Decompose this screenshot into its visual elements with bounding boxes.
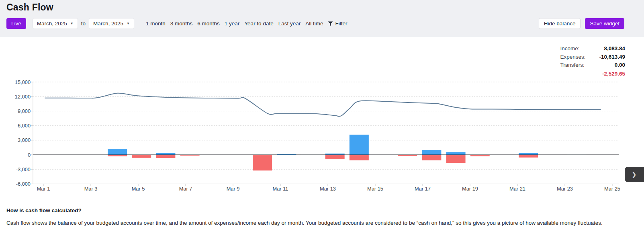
range-link-all-time[interactable]: All time: [305, 21, 323, 27]
footer-body: Cash flow shows the balance of your budg…: [6, 220, 636, 226]
income-bar: [350, 135, 369, 155]
x-axis-label: Mar 19: [462, 186, 478, 192]
range-link-last-year[interactable]: Last year: [278, 21, 301, 27]
income-bar: [108, 149, 127, 155]
live-button[interactable]: Live: [6, 18, 26, 29]
chevron-down-icon: ▼: [70, 22, 74, 25]
chevron-right-icon: ❯: [632, 171, 637, 178]
y-axis-label: 0: [28, 152, 31, 158]
x-axis-label: Mar 5: [132, 186, 145, 192]
expense-bar: [519, 155, 538, 158]
net-value: -2,529.65: [560, 71, 625, 78]
x-axis-label: Mar 25: [604, 186, 620, 192]
footer-heading: How is cash flow calculated?: [6, 207, 636, 213]
from-month-select[interactable]: March, 2025 ▼: [33, 18, 78, 29]
expense-bar: [325, 155, 345, 159]
y-axis-label: 9,000: [18, 108, 31, 114]
range-link-1-month[interactable]: 1 month: [146, 21, 166, 27]
transfers-value: 0.00: [599, 62, 625, 69]
cash-flow-chart: -6,000-3,00003,0006,0009,00012,00015,000…: [0, 37, 644, 197]
expense-bar: [350, 155, 369, 160]
expense-bar: [156, 155, 175, 158]
y-axis-label: 15,000: [15, 79, 31, 85]
from-month-value: March, 2025: [37, 21, 67, 27]
income-bar: [446, 152, 466, 155]
income-value: 8,083.84: [599, 45, 625, 52]
to-label: to: [81, 21, 86, 27]
income-bar: [422, 150, 441, 155]
range-link-3-months[interactable]: 3 months: [170, 21, 193, 27]
page-title: Cash Flow: [6, 0, 644, 13]
x-axis-label: Mar 13: [320, 186, 336, 192]
range-link-1-year[interactable]: 1 year: [225, 21, 240, 27]
range-link-year-to-date[interactable]: Year to date: [244, 21, 273, 27]
x-axis-label: Mar 11: [273, 186, 288, 192]
filter-label: Filter: [335, 21, 347, 27]
expense-bar: [446, 155, 466, 163]
filter-icon: [328, 21, 333, 26]
summary-panel: Income:8,083.84Expenses:-10,613.49Transf…: [560, 45, 625, 77]
chevron-down-icon: ▼: [127, 22, 130, 25]
chart-section: Income:8,083.84Expenses:-10,613.49Transf…: [0, 37, 644, 197]
y-axis-label: 12,000: [15, 94, 31, 100]
expenses-value: -10,613.49: [599, 54, 625, 61]
expense-bars: [108, 155, 586, 170]
range-link-6-months[interactable]: 6 months: [197, 21, 220, 27]
expense-bar: [132, 155, 151, 158]
expenses-label: Expenses:: [560, 54, 585, 61]
x-axis-label: Mar 23: [557, 186, 573, 192]
expense-bar: [422, 155, 441, 160]
x-axis-label: Mar 21: [509, 186, 525, 192]
x-axis-label: Mar 17: [415, 186, 431, 192]
to-month-select[interactable]: March, 2025 ▼: [89, 18, 134, 29]
range-links: 1 month3 months6 months1 yearYear to dat…: [146, 21, 323, 27]
income-label: Income:: [560, 45, 585, 52]
income-bars: [108, 135, 538, 155]
footer: How is cash flow calculated? Cash flow s…: [0, 197, 644, 226]
expense-bar: [253, 155, 272, 170]
y-axis-label: 6,000: [18, 123, 31, 129]
toolbar: Live March, 2025 ▼ to March, 2025 ▼ 1 mo…: [6, 18, 644, 29]
filter-button[interactable]: Filter: [328, 21, 347, 27]
toolbar-right: Hide balance Save widget: [539, 18, 624, 29]
income-bar: [156, 153, 175, 155]
y-axis-label: 3,000: [18, 137, 31, 143]
save-widget-button[interactable]: Save widget: [585, 18, 624, 29]
y-axis-label: -3,000: [16, 166, 31, 172]
next-page-button[interactable]: ❯: [625, 167, 644, 182]
y-axis-label: -6,000: [16, 181, 31, 187]
header: Cash Flow Live March, 2025 ▼ to March, 2…: [0, 0, 644, 37]
x-axis-label: Mar 1: [37, 186, 50, 192]
hide-balance-button[interactable]: Hide balance: [539, 18, 581, 29]
x-axis-label: Mar 7: [179, 186, 192, 192]
x-axis-label: Mar 9: [227, 186, 240, 192]
transfers-label: Transfers:: [560, 62, 585, 69]
income-bar: [519, 153, 538, 155]
x-axis-label: Mar 15: [367, 186, 383, 192]
cash-flow-widget: Cash Flow Live March, 2025 ▼ to March, 2…: [0, 0, 644, 244]
x-axis-label: Mar 3: [84, 186, 98, 192]
to-month-value: March, 2025: [93, 21, 123, 27]
